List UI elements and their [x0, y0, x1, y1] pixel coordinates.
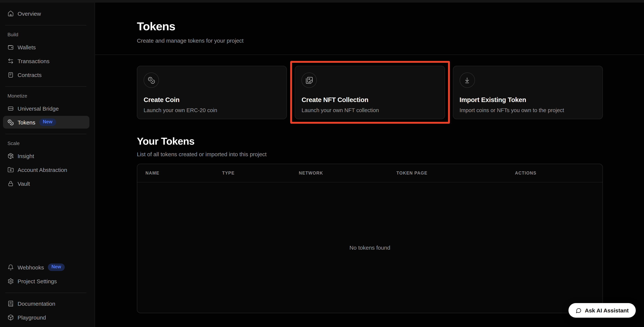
sidebar-divider: [5, 293, 86, 293]
bridge-card-icon: [8, 105, 14, 112]
sidebar-item-label: Webhooks: [18, 264, 44, 270]
sidebar-item-label: Project Settings: [18, 278, 57, 284]
sidebar-divider: [5, 134, 86, 134]
sidebar-spacer: [3, 191, 90, 261]
sidebar-item-label: Wallets: [18, 44, 36, 50]
column-header-type: TYPE: [214, 171, 290, 175]
lock-icon: [8, 180, 14, 187]
sidebar-divider: [5, 25, 86, 25]
sidebar-item-label: Vault: [18, 180, 30, 187]
sidebar-item-label: Documentation: [18, 300, 55, 307]
sidebar-item-wallets[interactable]: Wallets: [3, 41, 90, 53]
window-top-strip: [0, 0, 644, 2]
your-tokens-title: Your Tokens: [137, 136, 603, 147]
create-coin-card[interactable]: Create Coin Launch your own ERC-20 coin: [137, 66, 287, 119]
sidebar-item-label: Account Abstraction: [18, 166, 67, 173]
sidebar-item-label: Transactions: [18, 58, 50, 64]
card-title: Import Existing Token: [460, 96, 596, 104]
cube-icon: [8, 314, 14, 321]
download-icon: [460, 72, 475, 88]
sidebar-item-documentation[interactable]: Documentation: [3, 297, 90, 310]
card-subtitle: Launch your own ERC-20 coin: [144, 107, 280, 113]
gear-icon: [8, 278, 14, 284]
chat-bubble-icon: [575, 307, 581, 313]
sidebar-item-label: Tokens: [18, 119, 35, 125]
contract-file-icon: [8, 71, 14, 78]
sidebar-item-tokens[interactable]: Tokens New: [3, 116, 90, 129]
sidebar-section-build: Build: [3, 29, 90, 41]
home-icon: [8, 10, 14, 17]
book-icon: [8, 300, 14, 307]
ask-ai-assistant-button[interactable]: Ask AI Assistant: [568, 303, 636, 318]
sidebar-item-label: Playground: [18, 314, 46, 321]
sidebar-item-label: Insight: [18, 153, 34, 159]
images-icon: [302, 72, 317, 88]
main-content: Tokens Create and manage tokens for your…: [95, 2, 644, 327]
sidebar-item-transactions[interactable]: Transactions: [3, 54, 90, 67]
page-subtitle: Create and manage tokens for your projec…: [137, 37, 603, 44]
page-header: Tokens Create and manage tokens for your…: [95, 2, 644, 55]
card-subtitle: Import coins or NFTs you own to the proj…: [460, 107, 596, 113]
your-tokens-header: Your Tokens List of all tokens created o…: [137, 136, 603, 157]
folder-icon: [8, 166, 14, 173]
column-header-network: NETWORK: [290, 171, 388, 175]
sidebar-item-webhooks[interactable]: Webhooks New: [3, 261, 90, 274]
import-existing-token-card[interactable]: Import Existing Token Import coins or NF…: [453, 66, 603, 119]
arrows-left-right-icon: [8, 58, 14, 64]
sidebar-item-label: Universal Bridge: [18, 105, 59, 112]
new-badge: New: [39, 118, 56, 126]
new-badge: New: [48, 263, 65, 271]
sidebar-item-project-settings[interactable]: Project Settings: [3, 275, 90, 287]
your-tokens-subtitle: List of all tokens created or imported i…: [137, 151, 603, 157]
card-title: Create NFT Collection: [302, 96, 438, 104]
coins-icon: [144, 72, 159, 88]
bell-icon: [8, 264, 14, 270]
tokens-table: NAME TYPE NETWORK TOKEN PAGE ACTIONS No …: [137, 164, 603, 313]
sidebar-section-monetize: Monetize: [3, 91, 90, 102]
sidebar-item-label: Contracts: [18, 71, 42, 78]
sidebar-item-label: Overview: [18, 10, 41, 17]
card-title: Create Coin: [144, 96, 280, 104]
sidebar-section-scale: Scale: [3, 138, 90, 149]
sidebar-item-universal-bridge[interactable]: Universal Bridge: [3, 102, 90, 115]
sidebar-item-insight[interactable]: Insight: [3, 149, 90, 162]
sidebar-item-overview[interactable]: Overview: [3, 7, 90, 20]
column-header-token-page: TOKEN PAGE: [388, 171, 507, 175]
column-header-actions: ACTIONS: [507, 171, 602, 175]
ask-ai-assistant-label: Ask AI Assistant: [585, 307, 629, 314]
coins-icon: [8, 119, 14, 125]
create-nft-collection-card[interactable]: Create NFT Collection Launch your own NF…: [295, 66, 445, 119]
sidebar-item-account-abstraction[interactable]: Account Abstraction: [3, 163, 90, 176]
empty-state-text: No tokens found: [350, 244, 390, 251]
tokens-table-body: No tokens found: [137, 182, 602, 313]
sidebar-item-vault[interactable]: Vault: [3, 177, 90, 190]
app-window: Overview Build Wallets Transactions: [0, 0, 644, 327]
sidebar-item-contracts[interactable]: Contracts: [3, 68, 90, 81]
sidebar-item-playground[interactable]: Playground: [3, 311, 90, 324]
action-cards-row: Create Coin Launch your own ERC-20 coin …: [137, 66, 603, 119]
column-header-name: NAME: [137, 171, 214, 175]
sidebar: Overview Build Wallets Transactions: [0, 2, 95, 327]
sidebar-divider: [5, 86, 86, 87]
tokens-table-header: NAME TYPE NETWORK TOKEN PAGE ACTIONS: [137, 164, 602, 182]
page-title: Tokens: [137, 20, 603, 33]
card-subtitle: Launch your own NFT collection: [302, 107, 438, 113]
wallet-icon: [8, 44, 14, 50]
package-search-icon: [8, 153, 14, 159]
